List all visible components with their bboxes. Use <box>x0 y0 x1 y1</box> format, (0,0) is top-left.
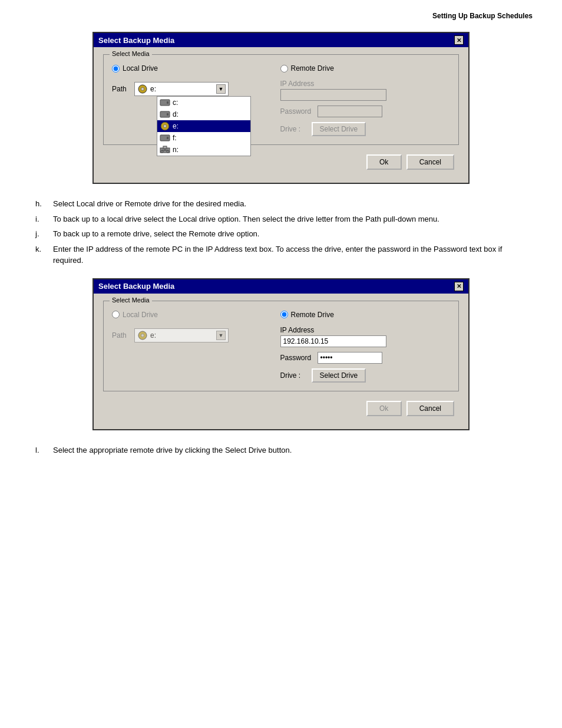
dialog2-password-row: Password <box>280 352 450 364</box>
cd-icon-e <box>160 121 170 131</box>
dialog1: Select Backup Media ✕ Select Media Local… <box>92 32 470 184</box>
dialog1-ip-label: IP Address <box>280 80 450 88</box>
dialog1-select-drive-button[interactable]: Select Drive <box>312 122 366 136</box>
dialog1-dropdown-list: c: d <box>157 96 251 156</box>
dialog1-local-option[interactable]: Local Drive <box>112 64 275 73</box>
dialog2-right-col: IP Address Password Drive : Select Drive <box>275 326 450 383</box>
dropdown-item-n[interactable]: n: <box>157 144 250 156</box>
dialog2-drive-label: Drive : <box>280 371 307 380</box>
dialog2-remote-option[interactable]: Remote Drive <box>275 311 450 319</box>
dialog1-ip-input[interactable] <box>280 89 386 101</box>
dialog2-title: Select Backup Media <box>98 282 174 291</box>
dialog2-media-columns: Path e: ▼ <box>112 326 450 383</box>
dialog2-path-row: Path e: ▼ <box>112 328 269 342</box>
dialog2-remote-label: Remote Drive <box>291 311 334 319</box>
dialog2-ok-button[interactable]: Ok <box>366 401 402 416</box>
dialog1-path-row: Path <box>112 82 269 96</box>
dialog1-left-col: Path <box>112 80 275 136</box>
dialog2-drive-icon <box>137 330 148 341</box>
dialog1-path-text: e: <box>150 85 216 93</box>
dialog2-dropdown-arrow[interactable]: ▼ <box>216 331 226 340</box>
dialog2-left-col: Path e: ▼ <box>112 326 275 383</box>
dialog2-cancel-button[interactable]: Cancel <box>406 401 454 416</box>
instruction-i-text: To back up to a local drive select the L… <box>53 213 527 225</box>
dialog1-drive-icon <box>137 84 148 94</box>
dialog1-container: Select Backup Media ✕ Select Media Local… <box>24 32 538 184</box>
dialog1-right-col: IP Address Password Drive : Select Drive <box>275 80 450 136</box>
instruction-i-letter: i. <box>35 213 44 225</box>
instruction-l-text: Select the appropriate remote drive by c… <box>53 444 527 456</box>
dialog2-local-option[interactable]: Local Drive <box>112 311 275 319</box>
dialog2-media-row: Local Drive Remote Drive <box>112 311 450 319</box>
dialog1-titlebar: Select Backup Media ✕ <box>94 33 468 47</box>
dialog2-password-label: Password <box>280 354 313 362</box>
dialog1-remote-radio[interactable] <box>280 65 288 73</box>
dialog2-close-button[interactable]: ✕ <box>454 282 464 291</box>
dialog1-cancel-button[interactable]: Cancel <box>406 154 454 170</box>
instruction-j-letter: j. <box>35 228 44 240</box>
svg-rect-11 <box>163 146 167 149</box>
dialog1-path-dropdown-wrapper: e: ▼ <box>134 82 229 96</box>
instruction-j-text: To back up to a remote drive, select the… <box>53 228 527 240</box>
instruction-k: k. Enter the IP address of the remote PC… <box>35 243 527 266</box>
svg-rect-5 <box>167 113 168 116</box>
dialog2-group-box: Select Media Local Drive Remote Drive <box>103 301 459 391</box>
dialog1-media-columns: Path <box>112 80 450 136</box>
dialog1-local-radio[interactable] <box>112 65 120 73</box>
dialog1-drive-row: Drive : Select Drive <box>280 122 450 136</box>
dialog2-container: Select Backup Media ✕ Select Media Local… <box>24 278 538 430</box>
dialog1-body: Select Media Local Drive Remote Drive <box>94 47 468 183</box>
instruction-j: j. To back up to a remote drive, select … <box>35 228 527 240</box>
dialog2-path-text: e: <box>150 331 216 340</box>
dropdown-item-d[interactable]: d: <box>157 108 250 120</box>
dialog2-path-dropdown[interactable]: e: ▼ <box>134 328 229 342</box>
dialog1-drive-label: Drive : <box>280 125 307 133</box>
svg-point-1 <box>141 88 144 91</box>
dialog1-path-label: Path <box>112 85 130 93</box>
dialog1-password-input[interactable] <box>318 106 382 117</box>
instruction-k-letter: k. <box>35 243 44 266</box>
dialog1-remote-option[interactable]: Remote Drive <box>275 64 450 73</box>
svg-point-17 <box>141 334 144 337</box>
dialog1-password-label: Password <box>280 107 313 116</box>
dialog2-password-input[interactable] <box>318 352 382 364</box>
instruction-h-letter: h. <box>35 198 44 210</box>
dropdown-item-e[interactable]: e: <box>157 120 250 132</box>
instructions-l: l. Select the appropriate remote drive b… <box>24 444 538 456</box>
dialog1-close-button[interactable]: ✕ <box>454 35 464 45</box>
dialog1-dropdown-arrow[interactable]: ▼ <box>216 84 226 94</box>
hdd-icon-f <box>160 133 170 143</box>
svg-rect-3 <box>167 101 168 104</box>
dialog2-footer: Ok Cancel <box>103 398 459 422</box>
dropdown-item-c[interactable]: c: <box>157 97 250 108</box>
instruction-l: l. Select the appropriate remote drive b… <box>35 444 527 456</box>
net-icon-n <box>160 145 170 154</box>
dialog1-group-box: Select Media Local Drive Remote Drive <box>103 54 459 145</box>
dialog1-local-label: Local Drive <box>123 64 158 73</box>
dialog2-select-drive-button[interactable]: Select Drive <box>312 368 366 383</box>
dialog1-group-label: Select Media <box>110 50 152 57</box>
dialog1-password-row: Password <box>280 106 450 117</box>
instructions-h-k: h. Select Local drive or Remote drive fo… <box>24 198 538 266</box>
dialog2-path-label: Path <box>112 331 130 340</box>
dialog2: Select Backup Media ✕ Select Media Local… <box>92 278 470 430</box>
svg-point-7 <box>164 125 167 128</box>
dialog1-ok-button[interactable]: Ok <box>366 154 402 170</box>
svg-point-14 <box>161 150 163 153</box>
hdd-icon-c <box>160 98 170 107</box>
dialog2-body: Select Media Local Drive Remote Drive <box>94 294 468 429</box>
dropdown-item-f[interactable]: f: <box>157 132 250 144</box>
instruction-h: h. Select Local drive or Remote drive fo… <box>35 198 527 210</box>
dialog2-ip-group: IP Address <box>280 326 450 347</box>
dialog1-path-dropdown[interactable]: e: ▼ <box>134 82 229 96</box>
instruction-k-text: Enter the IP address of the remote PC in… <box>53 243 527 266</box>
dialog2-group-label: Select Media <box>110 297 152 304</box>
dialog2-remote-radio[interactable] <box>280 311 288 318</box>
instruction-h-text: Select Local drive or Remote drive for t… <box>53 198 527 210</box>
page-header: Setting Up Backup Schedules <box>24 12 538 20</box>
cd-icon-svg <box>137 84 148 94</box>
svg-point-15 <box>167 150 169 153</box>
instruction-l-letter: l. <box>35 444 44 456</box>
dialog2-local-radio[interactable] <box>112 311 120 318</box>
dialog2-ip-input[interactable] <box>280 335 386 347</box>
